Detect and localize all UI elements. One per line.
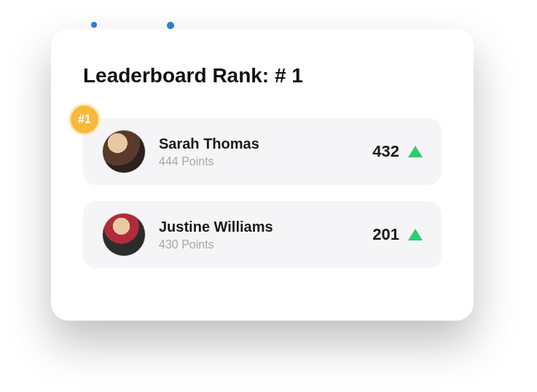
list-item[interactable]: #1 Sarah Thomas 444 Points 432 bbox=[83, 118, 442, 185]
user-name: Sarah Thomas bbox=[159, 135, 372, 152]
rank-badge: #1 bbox=[68, 103, 101, 136]
trend-up-icon bbox=[408, 146, 423, 157]
list-item[interactable]: Justine Williams 430 Points 201 bbox=[83, 201, 442, 268]
user-info: Justine Williams 430 Points bbox=[159, 218, 372, 251]
user-points: 444 Points bbox=[159, 155, 372, 168]
confetti-dot-icon bbox=[167, 22, 174, 29]
avatar bbox=[102, 130, 146, 173]
avatar bbox=[102, 213, 146, 256]
user-score: 432 bbox=[372, 142, 399, 161]
user-name: Justine Williams bbox=[159, 218, 372, 235]
trend-up-icon bbox=[408, 229, 423, 240]
user-info: Sarah Thomas 444 Points bbox=[159, 135, 372, 168]
user-score: 201 bbox=[372, 225, 399, 244]
leaderboard-card: Leaderboard Rank: # 1 #1 Sarah Thomas 44… bbox=[51, 29, 474, 321]
page-title: Leaderboard Rank: # 1 bbox=[83, 64, 442, 87]
user-points: 430 Points bbox=[159, 238, 372, 251]
confetti-dot-icon bbox=[91, 22, 97, 28]
